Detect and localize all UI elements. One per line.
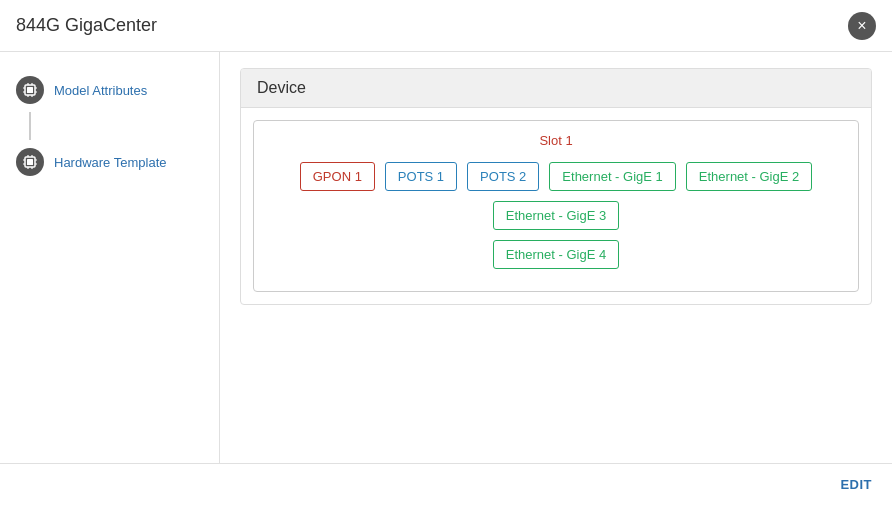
slot-label: Slot 1 — [266, 133, 846, 148]
page-title: 844G GigaCenter — [16, 15, 157, 36]
device-card: Device Slot 1 GPON 1 POTS 1 POTS 2 Ether… — [240, 68, 872, 305]
close-button[interactable]: × — [848, 12, 876, 40]
slot-container: Slot 1 GPON 1 POTS 1 POTS 2 Ethernet - G… — [253, 120, 859, 292]
edit-button[interactable]: EDIT — [840, 477, 872, 492]
nav-label-hardware-template: Hardware Template — [54, 155, 166, 170]
port-pots2[interactable]: POTS 2 — [467, 162, 539, 191]
port-pots1[interactable]: POTS 1 — [385, 162, 457, 191]
port-eth-gige2[interactable]: Ethernet - GigE 2 — [686, 162, 812, 191]
svg-rect-11 — [27, 159, 33, 165]
port-row-2: Ethernet - GigE 4 — [266, 240, 846, 269]
svg-rect-1 — [27, 87, 33, 93]
main-content: Device Slot 1 GPON 1 POTS 1 POTS 2 Ether… — [220, 52, 892, 463]
port-eth-gige1[interactable]: Ethernet - GigE 1 — [549, 162, 675, 191]
nav-panel: Model Attributes Hardware Template — [0, 52, 220, 463]
footer: EDIT — [0, 463, 892, 505]
header: 844G GigaCenter × — [0, 0, 892, 52]
chip-icon-model — [16, 76, 44, 104]
nav-item-model-attributes[interactable]: Model Attributes — [0, 68, 219, 112]
device-card-header: Device — [241, 69, 871, 108]
port-eth-gige4[interactable]: Ethernet - GigE 4 — [493, 240, 619, 269]
device-title: Device — [257, 79, 306, 96]
nav-label-model-attributes: Model Attributes — [54, 83, 147, 98]
content-area: Model Attributes Hardware Template — [0, 52, 892, 463]
port-row-1: GPON 1 POTS 1 POTS 2 Ethernet - GigE 1 E… — [266, 162, 846, 230]
nav-item-hardware-template[interactable]: Hardware Template — [0, 140, 219, 184]
port-gpon1[interactable]: GPON 1 — [300, 162, 375, 191]
nav-connector — [29, 112, 31, 140]
chip-icon-hardware — [16, 148, 44, 176]
port-eth-gige3[interactable]: Ethernet - GigE 3 — [493, 201, 619, 230]
